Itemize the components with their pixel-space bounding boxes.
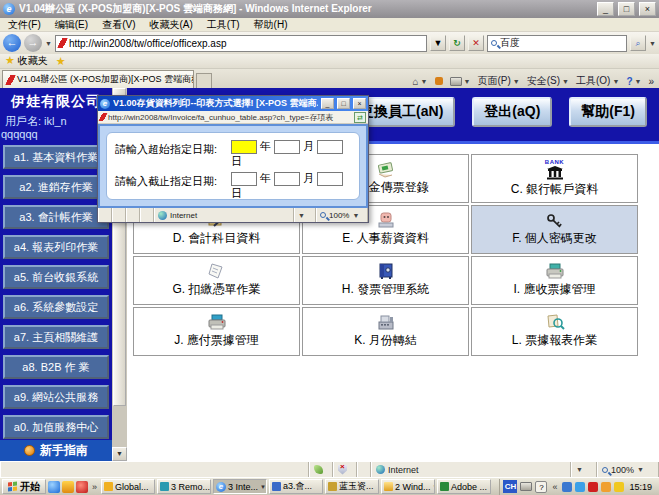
- sidebar-item-inventory[interactable]: a2. 進銷存作業: [3, 175, 109, 199]
- tools-menu-button[interactable]: 工具(O)▼: [576, 74, 619, 88]
- tray-messenger-icon[interactable]: [575, 482, 585, 492]
- sidebar-item-public-service[interactable]: a9. 網站公共服務: [3, 385, 109, 409]
- dialog-protected-dropdown[interactable]: ▼: [294, 208, 316, 222]
- logout-button[interactable]: 登出(aQ): [472, 97, 552, 127]
- music-app-icon[interactable]: [62, 481, 74, 493]
- language-indicator[interactable]: CH: [503, 480, 517, 493]
- grid-cell-invoice-mgmt[interactable]: H. 發票管理系統: [302, 256, 469, 305]
- sidebar-item-system-params[interactable]: a6. 系統參數設定: [3, 295, 109, 319]
- search-go-button[interactable]: ⌕: [630, 35, 646, 51]
- more-commands-button[interactable]: »: [648, 76, 654, 87]
- menu-tools[interactable]: 工具(T): [207, 18, 240, 32]
- protected-dropdown[interactable]: ▼: [571, 462, 597, 477]
- username-label: 用戶名: ikl_n: [0, 114, 112, 129]
- task-ie-group[interactable]: e3 Inte...▼: [213, 479, 267, 494]
- print-icon: [450, 77, 462, 86]
- grid-cell-bank-accounts[interactable]: BANK C. 銀行帳戶資料: [471, 154, 638, 203]
- help-menu-button[interactable]: ?▼: [626, 76, 641, 87]
- active-tab[interactable]: V1.04辦公區 (X-POS加盟商)[X-POS 雲端商務網]: [2, 70, 194, 88]
- scroll-down-button[interactable]: ▼: [112, 447, 127, 461]
- tray-security-shield-icon[interactable]: [614, 482, 624, 492]
- dialog-maximize-button[interactable]: □: [337, 98, 350, 109]
- window-title: V1.04辦公區 (X-POS加盟商)[X-POS 雲端商務網] - Windo…: [19, 2, 593, 16]
- task-windows-group[interactable]: 2 Wind...▼: [381, 479, 435, 494]
- sidebar-item-homepage-maint[interactable]: a7. 主頁相關維護: [3, 325, 109, 349]
- beginner-guide-button[interactable]: 新手指南: [0, 440, 112, 461]
- task-remote-group[interactable]: 3 Remo...▼: [157, 479, 211, 494]
- dialog-close-button[interactable]: ×: [353, 98, 366, 109]
- feeds-button[interactable]: [435, 77, 443, 85]
- sidebar-item-b2b[interactable]: a8. B2B 作 業: [3, 355, 109, 379]
- screen: e V1.04辦公區 (X-POS加盟商)[X-POS 雲端商務網] - Win…: [0, 0, 659, 495]
- start-year-input[interactable]: [231, 140, 257, 154]
- tray-qq-icon[interactable]: [588, 482, 598, 492]
- start-month-input[interactable]: [274, 140, 300, 154]
- favorites-button[interactable]: ★ 收藏夹: [5, 54, 48, 68]
- grid-cell-withholding[interactable]: G. 扣繳憑單作業: [133, 256, 300, 305]
- menu-view[interactable]: 查看(V): [102, 18, 135, 32]
- refresh-button[interactable]: ↻: [449, 35, 465, 51]
- dialog-minimize-button[interactable]: _: [321, 98, 334, 109]
- dialog-go-button[interactable]: ⇄: [354, 112, 366, 123]
- sidebar-item-basic-data[interactable]: a1. 基本資料作業: [3, 145, 109, 169]
- safety-menu-button[interactable]: 安全(S)▼: [527, 74, 569, 88]
- favorites-star-icon: ★: [5, 54, 15, 66]
- home-button[interactable]: ⌂▼: [413, 76, 428, 87]
- quicklaunch-more-icon[interactable]: »: [90, 482, 99, 492]
- start-day-input[interactable]: [317, 140, 343, 154]
- tab-bar: V1.04辦公區 (X-POS加盟商)[X-POS 雲端商務網] ⌂▼ ▼ 页面…: [0, 69, 659, 88]
- address-bar[interactable]: http://win2008/tw/office/officexp.asp: [55, 35, 427, 52]
- grid-cell-notes-reports[interactable]: L. 票據報表作業: [471, 307, 638, 356]
- start-button[interactable]: 开始: [2, 479, 46, 494]
- end-day-input[interactable]: [317, 172, 343, 186]
- tray-network-icon[interactable]: [562, 482, 572, 492]
- history-dropdown-icon[interactable]: ▼: [45, 40, 52, 47]
- menu-file[interactable]: 文件(F): [8, 18, 41, 32]
- sidebar-item-reports[interactable]: a4. 報表列印作業: [3, 235, 109, 259]
- document-icon: [272, 482, 281, 491]
- add-favorite-icon[interactable]: ★: [56, 55, 66, 68]
- task-global[interactable]: Global...: [101, 479, 155, 494]
- new-tab-button[interactable]: [196, 73, 212, 88]
- tray-update-icon[interactable]: [601, 482, 611, 492]
- page-menu-button[interactable]: 页面(P)▼: [477, 74, 519, 88]
- media-player-icon[interactable]: [48, 481, 60, 493]
- forward-button[interactable]: →: [24, 34, 42, 52]
- grid-cell-month-close[interactable]: K. 月份轉結: [302, 307, 469, 356]
- tray-collapse-icon[interactable]: «: [550, 482, 559, 492]
- qq-penguin-icon[interactable]: [76, 481, 88, 493]
- maximize-button[interactable]: □: [618, 2, 635, 16]
- task-adobe[interactable]: Adobe ...: [437, 479, 491, 494]
- sidebar-item-value-added[interactable]: a0. 加值服務中心: [3, 415, 109, 439]
- help-button[interactable]: 幫助(F1): [569, 97, 647, 127]
- dialog-zoom-control[interactable]: 100%▼: [316, 208, 368, 222]
- print-button[interactable]: ▼: [450, 77, 471, 86]
- end-year-input[interactable]: [231, 172, 257, 186]
- window-titlebar: e V1.04辦公區 (X-POS加盟商)[X-POS 雲端商務網] - Win…: [0, 0, 659, 18]
- end-month-input[interactable]: [274, 172, 300, 186]
- zoom-control[interactable]: 100%▼: [597, 462, 659, 477]
- search-input[interactable]: 百度: [487, 35, 627, 52]
- stop-button[interactable]: ✕: [468, 35, 484, 51]
- system-tray: CH ? « 15:19: [499, 479, 657, 495]
- sidebar-item-pos[interactable]: a5. 前台收銀系統: [3, 265, 109, 289]
- back-button[interactable]: ←: [3, 34, 21, 52]
- navigation-bar: ← → ▼ http://win2008/tw/office/officexp.…: [0, 32, 659, 54]
- menu-help[interactable]: 帮助(H): [254, 18, 288, 32]
- favorites-bar: ★ 收藏夹 ★: [0, 54, 659, 69]
- menu-edit[interactable]: 编辑(E): [55, 18, 88, 32]
- grid-cell-change-password[interactable]: F. 個人密碼更改: [471, 205, 638, 254]
- menu-favorites[interactable]: 收藏夹(A): [149, 18, 192, 32]
- sidebar-item-accounting[interactable]: a3. 會計帳作業: [3, 205, 109, 229]
- task-a3-accounting[interactable]: a3.會...: [269, 479, 323, 494]
- minimize-button[interactable]: _: [597, 2, 614, 16]
- grid-cell-receivable-notes[interactable]: I. 應收票據管理: [471, 256, 638, 305]
- printer-tray-icon[interactable]: [520, 482, 532, 491]
- ie-icon: e: [216, 482, 226, 492]
- address-dropdown-button[interactable]: ▼: [430, 35, 446, 51]
- grid-cell-payable-notes[interactable]: J. 應付票據管理: [133, 307, 300, 356]
- close-button[interactable]: ×: [639, 2, 656, 16]
- search-options-icon[interactable]: ▼: [649, 40, 656, 47]
- help-tray-icon[interactable]: ?: [535, 481, 547, 493]
- task-lanyu[interactable]: 蓝玉资...: [325, 479, 379, 494]
